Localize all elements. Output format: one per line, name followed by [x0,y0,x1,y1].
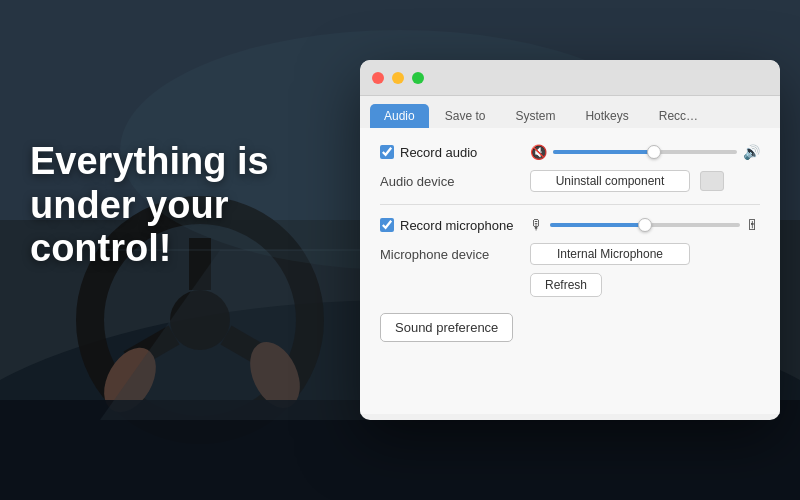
volume-low-icon: 🔇 [530,144,547,160]
record-audio-checkbox[interactable] [380,145,394,159]
refresh-button[interactable]: Refresh [530,273,602,297]
audio-slider-fill [553,150,654,154]
hero-text: Everything is under your control! [30,140,330,271]
settings-window: Audio Save to System Hotkeys Recc… Recor… [360,60,780,420]
hero-line2: under your control! [30,184,228,270]
record-microphone-label: Record microphone [380,218,520,233]
record-microphone-text: Record microphone [400,218,513,233]
audio-device-label: Audio device [380,174,520,189]
mic-high-icon: 🎚 [746,217,760,233]
record-audio-label: Record audio [380,145,520,160]
audio-color-swatch[interactable] [700,171,724,191]
volume-high-icon: 🔊 [743,144,760,160]
section-divider [380,204,760,205]
microphone-device-dropdown[interactable]: Internal Microphone [530,243,690,265]
sound-preference-button[interactable]: Sound preference [380,313,513,342]
audio-slider-thumb [647,145,661,159]
fullscreen-button[interactable] [412,72,424,84]
record-audio-row: Record audio 🔇 🔊 [380,144,760,160]
microphone-slider-container: 🎙 🎚 [530,217,760,233]
mic-low-icon: 🎙 [530,217,544,233]
audio-slider-container: 🔇 🔊 [530,144,760,160]
tab-save-to[interactable]: Save to [431,104,500,128]
record-microphone-checkbox[interactable] [380,218,394,232]
refresh-row: Refresh [530,273,760,297]
tab-hotkeys[interactable]: Hotkeys [571,104,642,128]
sound-preference-row: Sound preference [380,305,760,342]
microphone-slider-thumb [638,218,652,232]
hero-line1: Everything is [30,140,269,182]
audio-slider-track[interactable] [553,150,737,154]
microphone-slider-fill [550,223,645,227]
audio-device-dropdown[interactable]: Uninstall component [530,170,690,192]
microphone-device-label: Microphone device [380,247,520,262]
tab-audio[interactable]: Audio [370,104,429,128]
tab-system[interactable]: System [501,104,569,128]
record-microphone-row: Record microphone 🎙 🎚 [380,217,760,233]
tab-bar: Audio Save to System Hotkeys Recc… [360,96,780,128]
window-content: Record audio 🔇 🔊 Audio device Uninstall … [360,128,780,414]
audio-device-row: Audio device Uninstall component [380,170,760,192]
tab-recc[interactable]: Recc… [645,104,712,128]
close-button[interactable] [372,72,384,84]
microphone-device-row: Microphone device Internal Microphone [380,243,760,265]
record-audio-text: Record audio [400,145,477,160]
minimize-button[interactable] [392,72,404,84]
microphone-slider-track[interactable] [550,223,740,227]
window-titlebar [360,60,780,96]
